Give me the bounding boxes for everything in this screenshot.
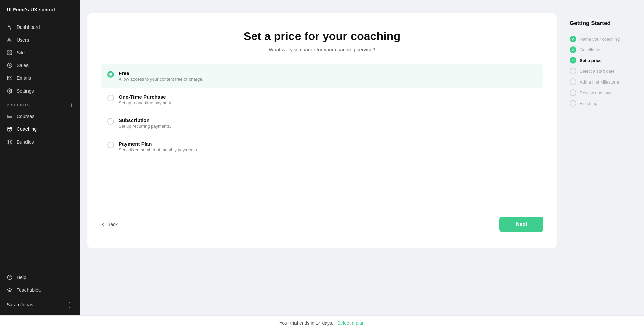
gs-step-label: Set a price [580, 58, 602, 63]
gs-check-set-price: ✓ [570, 57, 576, 64]
sidebar-item-label: Settings [17, 88, 34, 94]
option-desc: Set a fixed number of monthly payments. [119, 147, 198, 152]
sidebar-item-users[interactable]: Users [0, 34, 80, 46]
option-text-free: Free Allow access to your content free o… [119, 70, 203, 82]
sidebar-item-site[interactable]: Site [0, 46, 80, 59]
pricing-option-one-time[interactable]: One-Time Purchase Set up a one-time paym… [101, 88, 543, 111]
sidebar-item-help[interactable]: Help [0, 271, 80, 284]
help-circle-icon [7, 274, 13, 280]
radio-free [107, 71, 114, 78]
coaching-icon [7, 126, 13, 132]
radio-payment-plan [107, 142, 114, 148]
sidebar-item-label: Emails [17, 75, 31, 81]
user-name: Sarah Jonas [7, 302, 33, 307]
option-label: Payment Plan [119, 141, 198, 147]
svg-rect-2 [10, 51, 12, 52]
gs-step-name-coaching[interactable]: ✓ Name your coaching [567, 34, 634, 44]
gs-check-start-date [570, 68, 576, 74]
sidebar-logo: UI Feed's UX school [0, 0, 80, 18]
gs-step-start-date[interactable]: Select a start date [567, 66, 634, 76]
option-label: Subscription [119, 117, 171, 123]
gs-step-set-price[interactable]: ✓ Set a price [567, 55, 634, 66]
svg-point-8 [9, 90, 10, 92]
users-icon [7, 37, 13, 43]
getting-started-title: Getting Started [567, 20, 634, 27]
trial-text: Your trial ends in 14 days. [279, 320, 333, 326]
sidebar-item-label: TeachableU [17, 287, 42, 293]
sidebar-item-label: Help [17, 275, 26, 280]
user-menu-button[interactable]: ⋮ [66, 300, 74, 309]
svg-rect-13 [8, 127, 12, 131]
gs-step-add-milestone[interactable]: Add a first Milestone [567, 76, 634, 87]
bundles-icon [7, 139, 13, 145]
radio-dot [109, 73, 112, 76]
sidebar-item-emails[interactable]: Emails [0, 72, 80, 85]
option-label: Free [119, 70, 203, 76]
sidebar-item-label: Coaching [17, 126, 37, 132]
option-desc: Allow access to your content free of cha… [119, 77, 203, 82]
radio-subscription [107, 118, 114, 125]
sidebar: UI Feed's UX school Dashboard [0, 0, 80, 315]
sidebar-item-settings[interactable]: Settings [0, 85, 80, 97]
card-actions: Back Next [101, 203, 543, 232]
chart-line-icon [7, 24, 13, 30]
gs-check-finish-up [570, 100, 576, 107]
graduation-icon [7, 287, 13, 293]
card-subtitle: What will you charge for your coaching s… [101, 47, 543, 52]
next-button[interactable]: Next [499, 217, 543, 232]
svg-rect-4 [10, 53, 12, 55]
sidebar-item-coaching[interactable]: Coaching [0, 123, 80, 135]
option-text-payment-plan: Payment Plan Set a fixed number of month… [119, 141, 198, 152]
sidebar-item-label: Dashboard [17, 24, 40, 30]
option-label: One-Time Purchase [119, 94, 172, 100]
sidebar-item-courses[interactable]: Courses [0, 110, 80, 123]
gs-step-label: Select a start date [580, 69, 615, 74]
gs-step-label: Finish up [580, 101, 597, 106]
svg-rect-1 [8, 51, 9, 52]
option-desc: Set up recurring payments. [119, 124, 171, 129]
gs-step-label: Get clients [580, 47, 600, 52]
gs-check-add-milestone [570, 78, 576, 85]
add-product-button[interactable]: + [70, 102, 74, 108]
gear-icon [7, 88, 13, 94]
gs-step-label: Add a first Milestone [580, 79, 619, 85]
sidebar-item-label: Users [17, 37, 29, 43]
pricing-option-payment-plan[interactable]: Payment Plan Set a fixed number of month… [101, 135, 543, 158]
radio-one-time [107, 95, 114, 101]
sidebar-item-teachableu[interactable]: TeachableU [0, 284, 80, 296]
sidebar-nav: Dashboard Users [0, 18, 80, 268]
sidebar-item-label: Site [17, 50, 25, 55]
gs-step-finish-up[interactable]: Finish up [567, 98, 634, 109]
pricing-options: Free Allow access to your content free o… [101, 64, 543, 158]
gs-check-name-coaching: ✓ [570, 36, 576, 42]
gs-check-review-save [570, 89, 576, 96]
sidebar-user: Sarah Jonas ⋮ [0, 296, 80, 313]
sidebar-footer: Help TeachableU Sarah Jonas ⋮ [0, 268, 80, 315]
sidebar-item-label: Bundles [17, 139, 34, 145]
gs-step-review-save[interactable]: Review and save [567, 87, 634, 98]
sidebar-item-label: Courses [17, 114, 34, 119]
pricing-option-subscription[interactable]: Subscription Set up recurring payments. [101, 111, 543, 135]
sidebar-item-dashboard[interactable]: Dashboard [0, 21, 80, 34]
svg-rect-3 [8, 53, 9, 55]
gs-step-label: Review and save [580, 90, 613, 95]
mail-icon [7, 75, 13, 81]
getting-started-panel: Getting Started ✓ Name your coaching ✓ G… [564, 13, 637, 302]
main-content: Set a price for your coaching What will … [80, 0, 644, 315]
courses-icon [7, 113, 13, 119]
option-text-subscription: Subscription Set up recurring payments. [119, 117, 171, 129]
back-button[interactable]: Back [101, 222, 118, 227]
back-arrow-icon [101, 222, 105, 227]
sidebar-item-bundles[interactable]: Bundles [0, 135, 80, 148]
gs-check-get-clients: ✓ [570, 46, 576, 53]
pricing-card: Set a price for your coaching What will … [87, 13, 557, 248]
select-plan-link[interactable]: Select a plan [337, 320, 365, 326]
sidebar-item-sales[interactable]: Sales [0, 59, 80, 72]
sidebar-section-products: PRODUCTS + [0, 97, 80, 110]
gs-step-get-clients[interactable]: ✓ Get clients [567, 44, 634, 55]
grid-icon [7, 50, 13, 56]
svg-point-0 [8, 38, 10, 40]
dollar-circle-icon [7, 62, 13, 68]
option-desc: Set up a one-time payment. [119, 100, 172, 105]
pricing-option-free[interactable]: Free Allow access to your content free o… [101, 64, 543, 88]
